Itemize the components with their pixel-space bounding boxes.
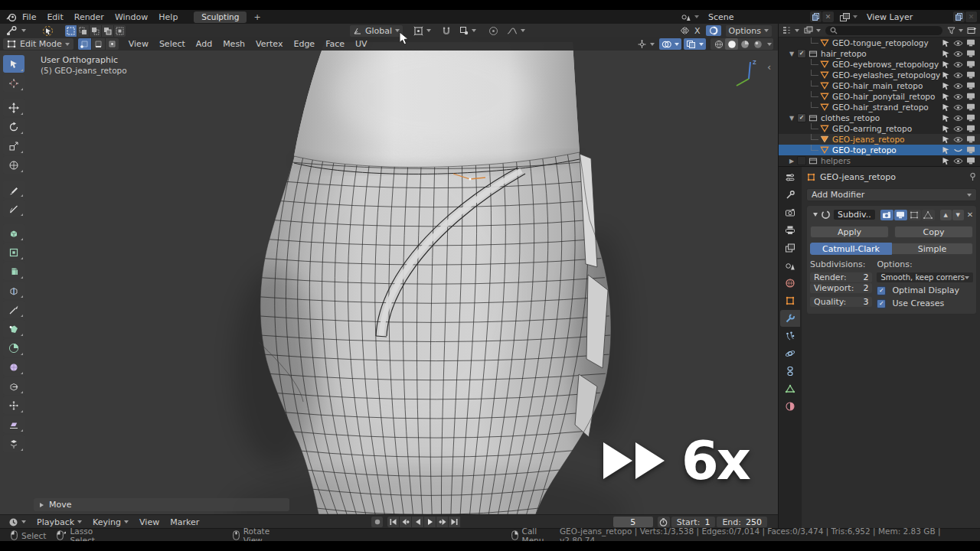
viewport-3d[interactable]: Edit Mode ViewSelectAddMeshVertexEdgeFac…: [0, 37, 778, 514]
outliner-item-label[interactable]: GEO-hair_main_retopo: [832, 81, 923, 90]
tool-rip-region[interactable]: [3, 435, 24, 452]
tool-select-box[interactable]: [3, 55, 24, 73]
scene-dropdown-caret[interactable]: [694, 15, 699, 18]
active-tool-icon[interactable]: [3, 25, 29, 37]
tool-cursor-icon[interactable]: [38, 25, 57, 37]
outliner-item-label[interactable]: helpers: [821, 156, 851, 165]
selectable-icon[interactable]: [942, 135, 950, 144]
modifier-name-field[interactable]: Subdiv..: [834, 210, 875, 220]
use-creases-checkbox[interactable]: ✓ Use Creases: [877, 298, 973, 308]
tool-smooth[interactable]: [3, 358, 24, 376]
topbar-menu-help[interactable]: Help: [153, 12, 183, 22]
selectable-icon[interactable]: [942, 71, 950, 80]
tool-spin[interactable]: [3, 339, 24, 357]
axis-gizmo[interactable]: z: [729, 53, 764, 90]
select-set-button[interactable]: [65, 25, 77, 37]
snap-target-dropdown[interactable]: [456, 25, 479, 37]
eye-icon[interactable]: [953, 136, 963, 143]
outliner-item-label[interactable]: GEO-top_retopo: [832, 145, 897, 155]
eye-icon[interactable]: [953, 61, 963, 68]
blender-logo-icon[interactable]: [6, 12, 17, 21]
outliner-item-label[interactable]: clothes_retopo: [821, 113, 880, 122]
properties-tab-modifiers[interactable]: [780, 310, 800, 327]
viewport-visibility-icon[interactable]: [966, 82, 975, 90]
tool-rotate[interactable]: [3, 118, 24, 135]
select-intersect-button[interactable]: [114, 25, 126, 37]
select-subtract-button[interactable]: [90, 25, 102, 37]
scene-unlink-icon[interactable]: ✕: [822, 11, 834, 22]
pivot-point-dropdown[interactable]: [410, 25, 434, 37]
proportional-falloff-dropdown[interactable]: [504, 25, 528, 37]
add-modifier-dropdown[interactable]: Add Modifier: [806, 188, 977, 201]
viewport-visibility-icon[interactable]: [966, 60, 975, 68]
viewport-visibility-icon[interactable]: [966, 125, 975, 132]
viewport-visibility-icon[interactable]: [966, 157, 975, 165]
catmull-clark-button[interactable]: Catmull-Clark: [810, 243, 892, 255]
topbar-menu-edit[interactable]: Edit: [41, 12, 68, 22]
workspace-tab-sculpting[interactable]: Sculpting: [194, 11, 247, 23]
view-layer-selector[interactable]: View Layer ✕: [862, 11, 977, 23]
modifier-viewport-toggle[interactable]: [894, 210, 907, 220]
viewport-menu-view[interactable]: View: [123, 39, 154, 49]
apply-button[interactable]: Apply: [810, 226, 889, 238]
outliner-row-GEO-tongue_retopology[interactable]: GEO-tongue_retopology: [779, 37, 980, 48]
topbar-menu-render[interactable]: Render: [69, 12, 109, 22]
modifier-cage-toggle[interactable]: [922, 210, 935, 220]
quality-field[interactable]: Quality:3: [810, 297, 872, 307]
proportional-editing-icon[interactable]: [485, 25, 501, 37]
outliner-row-GEO-earring_retopo[interactable]: GEO-earring_retopo: [779, 123, 980, 134]
selectable-icon[interactable]: [942, 50, 950, 58]
tool-edge-slide[interactable]: [3, 377, 24, 395]
outliner-item-label[interactable]: hair_retopo: [821, 49, 867, 58]
outliner-item-label[interactable]: GEO-jeans_retopo: [832, 135, 904, 144]
outliner-search-input[interactable]: [825, 26, 942, 35]
outliner-row-clothes_retopo[interactable]: ▼✓clothes_retopo: [779, 112, 980, 123]
topbar-menu-file[interactable]: File: [17, 12, 41, 22]
panel-expand-icon[interactable]: [813, 213, 818, 217]
viewport-visibility-icon[interactable]: [966, 103, 975, 111]
render-subdivisions-field[interactable]: Render:2: [810, 272, 872, 282]
sidebar-collapse-arrow[interactable]: ‹: [767, 61, 771, 73]
uv-smooth-dropdown[interactable]: Smooth, keep corners: [877, 272, 973, 282]
properties-tab-object[interactable]: [780, 292, 800, 309]
viewport-visibility-icon[interactable]: [966, 50, 975, 57]
shading-rendered-button[interactable]: [751, 38, 764, 50]
eye-closed-icon[interactable]: [953, 147, 963, 154]
new-collection-button[interactable]: [967, 26, 977, 34]
xray-toggle[interactable]: [684, 38, 706, 50]
modifier-move-up-button[interactable]: ▲: [940, 210, 952, 220]
tool-knife[interactable]: [3, 301, 24, 318]
modifier-editmode-toggle[interactable]: [908, 210, 921, 220]
viewport-menu-mesh[interactable]: Mesh: [217, 39, 250, 49]
scene-selector[interactable]: Scene ✕: [704, 11, 834, 23]
operator-panel-move[interactable]: Move: [34, 498, 289, 511]
outliner-row-GEO-hair_strand_retopo[interactable]: GEO-hair_strand_retopo: [779, 102, 980, 112]
tool-poly-build[interactable]: [3, 320, 24, 337]
tool-annotate[interactable]: [3, 181, 24, 198]
face-select-button[interactable]: [106, 38, 119, 50]
select-extend-button[interactable]: [77, 25, 90, 37]
select-invert-button[interactable]: [102, 25, 114, 37]
options-dropdown[interactable]: Options: [726, 25, 772, 37]
properties-tab-particles[interactable]: [780, 328, 800, 344]
viewport-visibility-icon[interactable]: [966, 114, 975, 122]
properties-tab-physics[interactable]: [780, 345, 800, 362]
properties-tab-object-data[interactable]: [780, 380, 800, 397]
symmetry-x-toggle[interactable]: X: [691, 26, 704, 36]
mesh-symmetry-icon[interactable]: [680, 26, 690, 35]
outliner-row-GEO-hair_ponytail_retopo[interactable]: GEO-hair_ponytail_retopo: [779, 91, 980, 102]
tool-transform[interactable]: [3, 156, 24, 174]
tool-extrude-region[interactable]: [3, 224, 24, 242]
selectable-icon[interactable]: [942, 82, 950, 90]
properties-tab-output[interactable]: [780, 222, 800, 239]
view-layer-dropdown-caret[interactable]: [853, 15, 858, 18]
eye-icon[interactable]: [953, 72, 963, 79]
properties-tab-tool[interactable]: [780, 187, 800, 204]
copy-button[interactable]: Copy: [894, 226, 973, 238]
selectable-icon[interactable]: [942, 93, 950, 101]
shading-material-button[interactable]: [738, 38, 751, 50]
outliner-item-label[interactable]: GEO-hair_ponytail_retopo: [832, 92, 935, 101]
viewport-visibility-icon[interactable]: [966, 135, 975, 143]
eye-icon[interactable]: [953, 51, 963, 57]
modifier-render-toggle[interactable]: [880, 210, 893, 220]
